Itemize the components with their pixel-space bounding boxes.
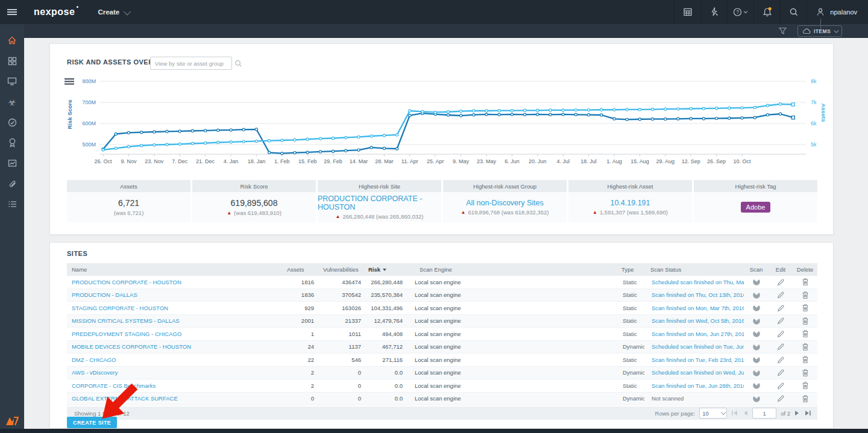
scan-status-link[interactable]: Scan finished on Wed, Oct 5th, 2016 bbox=[644, 317, 744, 324]
assets-cell: 2001 bbox=[281, 317, 317, 324]
scan-status-link[interactable]: Scheduled scan finished on Wed, Jun 29th… bbox=[644, 369, 744, 376]
column-header-edit[interactable]: Edit bbox=[769, 266, 793, 273]
column-header-scan-engine[interactable]: Scan Engine bbox=[414, 266, 615, 273]
scan-action-button[interactable] bbox=[744, 329, 769, 338]
chart-filter-search-input[interactable] bbox=[151, 60, 234, 67]
help-icon[interactable]: ? bbox=[727, 0, 753, 24]
notifications-icon[interactable] bbox=[753, 0, 780, 24]
sidebar-item-reports[interactable] bbox=[0, 132, 24, 153]
column-header-name[interactable]: Name bbox=[67, 266, 281, 273]
delete-action-button[interactable] bbox=[793, 304, 817, 312]
calendar-grid-icon[interactable] bbox=[674, 0, 700, 24]
site-name-link[interactable]: DMZ - CHICAGO bbox=[67, 357, 281, 363]
risk-tag-badge[interactable]: Adobe bbox=[741, 202, 771, 213]
edit-action-button[interactable] bbox=[769, 343, 793, 350]
vulnerabilities-cell: 546 bbox=[317, 357, 362, 363]
edit-action-button[interactable] bbox=[769, 304, 793, 312]
x-tick-label: 14. Mar bbox=[350, 158, 368, 164]
summary-card-value[interactable]: All non-Discovery Sites bbox=[466, 199, 544, 207]
scan-status-link[interactable]: Scan finished on Mon, Jun 27th, 2016 bbox=[644, 331, 744, 337]
column-header-scan[interactable]: Scan bbox=[744, 266, 769, 273]
sidebar-item-tags[interactable] bbox=[0, 173, 24, 194]
delete-action-button[interactable] bbox=[793, 329, 817, 338]
site-name-link[interactable]: AWS - vDiscovery bbox=[67, 369, 281, 376]
last-page-button[interactable] bbox=[804, 410, 811, 416]
scan-status-link[interactable]: Scheduled scan finished on Tue, Jun 28th… bbox=[644, 343, 744, 350]
next-page-button[interactable] bbox=[794, 410, 800, 416]
site-name-link[interactable]: CORPORATE - CIS Benchmarks bbox=[67, 382, 281, 389]
edit-action-button[interactable] bbox=[769, 382, 793, 390]
search-icon[interactable] bbox=[780, 0, 807, 24]
x-tick-label: 7. Dec bbox=[172, 158, 188, 164]
column-header-vulnerabilities[interactable]: Vulnerabilities bbox=[317, 266, 362, 273]
scan-action-button[interactable] bbox=[744, 304, 769, 312]
scan-action-button[interactable] bbox=[744, 291, 769, 299]
scan-action-button[interactable] bbox=[744, 355, 769, 364]
first-page-button[interactable] bbox=[731, 410, 738, 416]
previous-page-button[interactable] bbox=[743, 410, 748, 416]
user-menu-chevron-icon[interactable] bbox=[820, 19, 821, 30]
column-header-risk[interactable]: Risk bbox=[362, 266, 414, 273]
sidebar-item-administration[interactable] bbox=[0, 194, 24, 214]
site-name-link[interactable]: PREDEPLOYMENT STAGING - CHICAGO bbox=[67, 331, 281, 337]
scan-status-link[interactable]: Scan finished on Tue, Feb 23rd, 2016 bbox=[644, 357, 744, 363]
scan-action-button[interactable] bbox=[744, 278, 769, 286]
sidebar-item-assets[interactable] bbox=[0, 71, 24, 92]
edit-action-button[interactable] bbox=[769, 291, 793, 299]
create-site-button[interactable]: CREATE SITE bbox=[67, 417, 117, 428]
delete-action-button[interactable] bbox=[793, 343, 817, 351]
delete-action-button[interactable] bbox=[793, 291, 817, 299]
sidebar-item-home[interactable] bbox=[0, 30, 24, 51]
scan-status-link[interactable]: Scan finished on Mon, Mar 7th, 2016 bbox=[644, 305, 744, 311]
rows-per-page-select[interactable]: 10 bbox=[699, 408, 727, 419]
scan-status-link[interactable]: Scheduled scan finished on Thu, Mar 24th… bbox=[644, 279, 744, 285]
summary-card-value[interactable]: PRODUCTION CORPORATE - HOUSTON bbox=[318, 195, 441, 211]
user-menu[interactable]: npalanov bbox=[807, 0, 868, 24]
delete-action-button[interactable] bbox=[793, 355, 817, 364]
delete-action-button[interactable] bbox=[793, 394, 817, 403]
items-dropdown-button[interactable]: ITEMS bbox=[797, 25, 842, 37]
sidebar-item-policies[interactable] bbox=[0, 112, 24, 132]
column-header-delete[interactable]: Delete bbox=[793, 266, 817, 273]
delete-action-button[interactable] bbox=[793, 369, 817, 377]
edit-action-button[interactable] bbox=[769, 330, 793, 338]
column-header-assets[interactable]: Assets bbox=[281, 266, 317, 273]
scan-status-link[interactable]: Scan finished on Thu, Oct 13th, 2016 bbox=[644, 291, 744, 298]
scan-action-button[interactable] bbox=[744, 343, 769, 351]
scan-action-button[interactable] bbox=[744, 394, 769, 403]
sidebar-item-vulnerabilities[interactable]: ☣ bbox=[0, 92, 24, 112]
edit-action-button[interactable] bbox=[769, 278, 793, 286]
series-marker bbox=[204, 129, 207, 132]
site-name-link[interactable]: PRODUCTION - DALLAS bbox=[67, 291, 281, 298]
column-header-scan-status[interactable]: Scan Status bbox=[644, 266, 744, 273]
site-name-link[interactable]: PRODUCTION CORPORATE - HOUSTON bbox=[67, 279, 281, 285]
site-name-link[interactable]: MOBILE DEVICES CORPORATE - HOUSTON bbox=[67, 343, 281, 350]
site-name-link[interactable]: MISSION CRITICAL SYSTEMS - DALLAS bbox=[67, 317, 281, 324]
edit-action-button[interactable] bbox=[769, 394, 793, 402]
tools-icon[interactable] bbox=[700, 0, 727, 24]
filter-icon[interactable] bbox=[779, 27, 787, 35]
scan-action-button[interactable] bbox=[744, 369, 769, 377]
create-menu[interactable]: Create bbox=[98, 8, 129, 16]
site-name-link[interactable]: STAGING CORPORATE - HOUSTON bbox=[67, 305, 281, 311]
delete-action-button[interactable] bbox=[793, 278, 817, 286]
nav-hamburger-icon[interactable] bbox=[0, 0, 24, 24]
scan-action-button[interactable] bbox=[744, 317, 769, 325]
page-number-input[interactable] bbox=[752, 408, 776, 419]
delete-action-button[interactable] bbox=[793, 381, 817, 390]
edit-action-button[interactable] bbox=[769, 369, 793, 376]
scan-status-link[interactable]: Scan finished on Tue, Jun 28th, 2016 bbox=[644, 382, 744, 389]
series-marker bbox=[319, 151, 321, 153]
chart-menu-icon[interactable] bbox=[64, 78, 74, 85]
scan-action-button[interactable] bbox=[744, 381, 769, 390]
items-button-label: ITEMS bbox=[814, 28, 831, 34]
sidebar-item-dashboard[interactable] bbox=[0, 51, 24, 71]
delete-trash-icon bbox=[802, 381, 809, 390]
site-name-link[interactable]: GLOBAL EXTERNAL ATTACK SURFACE bbox=[67, 395, 281, 402]
edit-action-button[interactable] bbox=[769, 356, 793, 364]
summary-card-value[interactable]: 10.4.19.191 bbox=[610, 199, 650, 207]
delete-action-button[interactable] bbox=[793, 317, 817, 325]
column-header-type[interactable]: Type bbox=[615, 266, 644, 273]
edit-action-button[interactable] bbox=[769, 317, 793, 325]
sidebar-item-chart[interactable] bbox=[0, 153, 24, 173]
